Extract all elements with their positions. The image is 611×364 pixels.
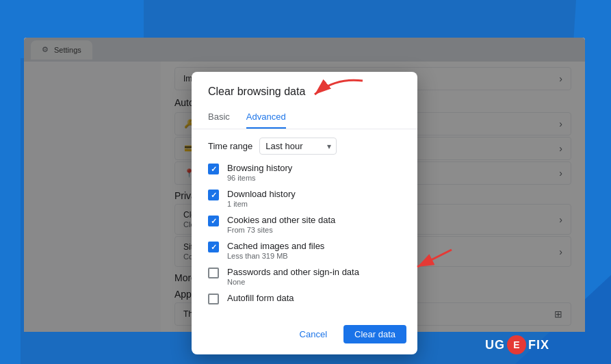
cookies-label: Cookies and other site data	[227, 215, 335, 225]
passwords-signin-sublabel: None	[227, 278, 359, 286]
download-history-checkbox[interactable]: ✓	[208, 190, 219, 200]
watermark-text-before: UG	[485, 338, 505, 352]
download-history-item[interactable]: ✓ Download history 1 item	[208, 189, 401, 208]
cookies-sublabel: From 73 sites	[227, 226, 335, 234]
download-history-label: Download history	[227, 189, 296, 199]
time-range-label: Time range	[208, 141, 252, 151]
browsing-history-sublabel: 96 items	[227, 174, 292, 182]
cookies-label-group: Cookies and other site data From 73 site…	[227, 215, 335, 234]
time-range-select-wrapper[interactable]: Last hour Last 24 hours Last 7 days Last…	[259, 138, 337, 155]
autofill-form-checkbox[interactable]	[208, 294, 219, 304]
cached-images-label-group: Cached images and files Less than 319 MB	[227, 241, 324, 260]
watermark-icon-label: E	[513, 339, 519, 350]
watermark: UG E FIX	[485, 335, 549, 354]
decorative-bg-bl	[0, 0, 21, 364]
watermark-text-after: FIX	[528, 338, 549, 352]
clear-browsing-data-dialog: Clear browsing data Basic Advanced Time …	[192, 72, 417, 354]
cached-images-sublabel: Less than 319 MB	[227, 252, 324, 260]
browsing-history-label-group: Browsing history 96 items	[227, 163, 292, 182]
autofill-form-item[interactable]: Autofill form data	[208, 293, 401, 304]
browsing-history-item[interactable]: ✓ Browsing history 96 items	[208, 163, 401, 182]
clear-data-button[interactable]: Clear data	[343, 325, 406, 343]
dialog-title: Clear browsing data	[192, 72, 417, 98]
cancel-button[interactable]: Cancel	[289, 325, 338, 343]
download-history-sublabel: 1 item	[227, 200, 296, 208]
dialog-body: Time range Last hour Last 24 hours Last …	[192, 129, 417, 320]
browsing-history-label: Browsing history	[227, 163, 292, 173]
browsing-history-checkbox[interactable]: ✓	[208, 164, 219, 174]
passwords-signin-checkbox[interactable]	[208, 268, 219, 278]
tab-advanced[interactable]: Advanced	[246, 106, 286, 129]
autofill-form-label-group: Autofill form data	[227, 293, 294, 303]
tab-basic[interactable]: Basic	[208, 106, 230, 129]
passwords-signin-label-group: Passwords and other sign-in data None	[227, 267, 359, 286]
passwords-signin-label: Passwords and other sign-in data	[227, 267, 359, 277]
cookies-checkbox[interactable]: ✓	[208, 216, 219, 226]
watermark-icon: E	[507, 335, 526, 354]
cookies-item[interactable]: ✓ Cookies and other site data From 73 si…	[208, 215, 401, 234]
time-range-select[interactable]: Last hour Last 24 hours Last 7 days Last…	[259, 138, 337, 155]
dialog-footer: Cancel Clear data	[192, 320, 417, 354]
passwords-signin-item[interactable]: Passwords and other sign-in data None	[208, 267, 401, 286]
autofill-form-label: Autofill form data	[227, 293, 294, 303]
time-range-row: Time range Last hour Last 24 hours Last …	[208, 138, 401, 155]
cached-images-checkbox[interactable]: ✓	[208, 242, 219, 252]
download-history-label-group: Download history 1 item	[227, 189, 296, 208]
dialog-tabs: Basic Advanced	[192, 106, 417, 129]
cached-images-label: Cached images and files	[227, 241, 324, 251]
cached-images-item[interactable]: ✓ Cached images and files Less than 319 …	[208, 241, 401, 260]
